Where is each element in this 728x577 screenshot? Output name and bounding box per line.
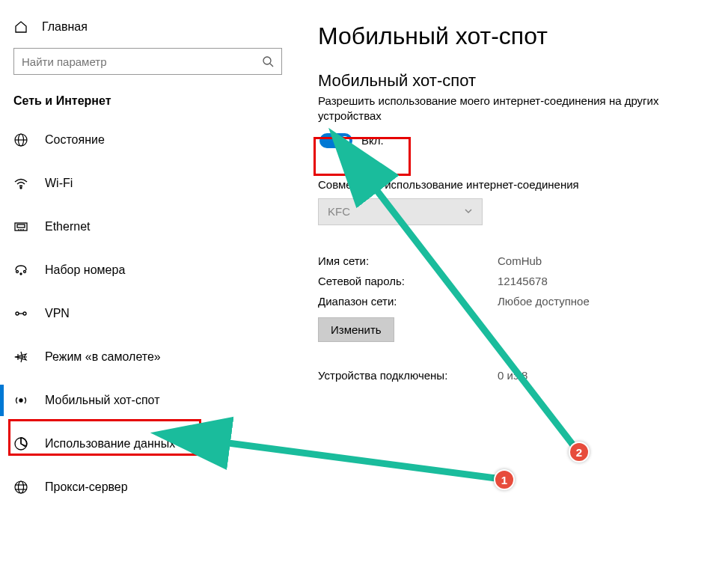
devices-connected-row: Устройства подключены: 0 из 8 [318, 369, 713, 382]
sidebar-item-label: VPN [45, 307, 70, 320]
sidebar-item-label: Мобильный хот-спот [45, 394, 159, 407]
svg-point-11 [16, 271, 19, 273]
svg-point-17 [19, 399, 22, 402]
devices-connected-value: 0 из 8 [498, 369, 527, 382]
network-band-value: Любое доступное [498, 295, 590, 308]
search-icon [262, 55, 274, 67]
svg-point-22 [19, 481, 24, 493]
settings-main: Мобильный хот-спот Мобильный хот-спот Ра… [296, 0, 728, 577]
network-band-label: Диапазон сети: [318, 295, 498, 308]
settings-sidebar: Главная Сеть и Интернет Состояние [0, 0, 296, 577]
svg-point-15 [23, 312, 26, 315]
page-title: Мобильный хот-спот [318, 22, 713, 50]
proxy-icon [13, 480, 28, 495]
sidebar-item-datausage[interactable]: Использование данных [0, 422, 296, 465]
sidebar-item-proxy[interactable]: Прокси-сервер [0, 465, 296, 509]
chevron-down-icon [464, 205, 473, 218]
network-password-row: Сетевой пароль: 12145678 [318, 271, 713, 291]
hotspot-toggle[interactable] [319, 133, 352, 148]
sidebar-item-ethernet[interactable]: Ethernet [0, 205, 296, 248]
search-input[interactable] [22, 55, 262, 68]
network-name-value: ComHub [498, 254, 542, 267]
sidebar-category-title: Сеть и Интернет [0, 88, 296, 118]
airplane-icon [13, 349, 28, 364]
sidebar-item-airplane[interactable]: Режим «в самолете» [0, 335, 296, 379]
sidebar-item-wifi[interactable]: Wi-Fi [0, 162, 296, 205]
home-icon [13, 19, 28, 34]
svg-rect-7 [17, 225, 25, 228]
sidebar-home[interactable]: Главная [0, 13, 296, 48]
sidebar-item-label: Использование данных [45, 437, 175, 451]
wifi-icon [13, 176, 28, 191]
sidebar-item-label: Набор номера [45, 263, 125, 277]
network-info-block: Имя сети: ComHub Сетевой пароль: 1214567… [318, 251, 713, 342]
share-connection-dropdown[interactable]: KFC [318, 198, 483, 225]
dialup-icon [13, 263, 28, 278]
network-password-label: Сетевой пароль: [318, 275, 498, 287]
share-connection-section: Совместное использование интернет-соедин… [318, 178, 713, 225]
section-title: Мобильный хот-спот [318, 71, 713, 91]
devices-connected-label: Устройства подключены: [318, 369, 498, 382]
hotspot-toggle-label: Вкл. [361, 134, 384, 147]
network-password-value: 12145678 [498, 275, 548, 287]
svg-point-14 [16, 312, 19, 315]
svg-point-5 [20, 187, 22, 189]
svg-point-12 [24, 271, 26, 273]
svg-point-21 [15, 481, 27, 493]
sidebar-item-hotspot[interactable]: Мобильный хот-спот [0, 379, 296, 422]
ethernet-icon [13, 219, 28, 234]
section-description: Разрешить использование моего интернет-с… [318, 94, 713, 124]
hotspot-icon [13, 393, 28, 408]
dropdown-value: KFC [328, 205, 350, 218]
sidebar-item-label: Wi-Fi [45, 177, 73, 190]
network-name-row: Имя сети: ComHub [318, 251, 713, 271]
change-button[interactable]: Изменить [318, 317, 394, 342]
sidebar-item-status[interactable]: Состояние [0, 118, 296, 162]
globe-icon [13, 132, 28, 147]
svg-point-0 [263, 57, 271, 64]
sidebar-item-label: Состояние [45, 133, 105, 147]
sidebar-home-label: Главная [42, 20, 88, 34]
vpn-icon [13, 306, 28, 321]
svg-line-1 [270, 64, 273, 67]
toggle-knob [340, 136, 349, 145]
sidebar-item-vpn[interactable]: VPN [0, 292, 296, 335]
sidebar-item-label: Ethernet [45, 220, 90, 233]
svg-point-13 [20, 273, 22, 275]
share-connection-title: Совместное использование интернет-соедин… [318, 178, 713, 191]
sidebar-item-label: Режим «в самолете» [45, 350, 161, 364]
hotspot-toggle-row: Вкл. [318, 130, 713, 151]
sidebar-item-label: Прокси-сервер [45, 480, 128, 494]
network-band-row: Диапазон сети: Любое доступное [318, 291, 713, 311]
sidebar-item-dialup[interactable]: Набор номера [0, 248, 296, 292]
network-name-label: Имя сети: [318, 254, 498, 267]
search-input-wrapper[interactable] [13, 48, 282, 75]
datausage-icon [13, 436, 28, 451]
sidebar-nav-list: Состояние Wi-Fi Ethernet [0, 118, 296, 509]
